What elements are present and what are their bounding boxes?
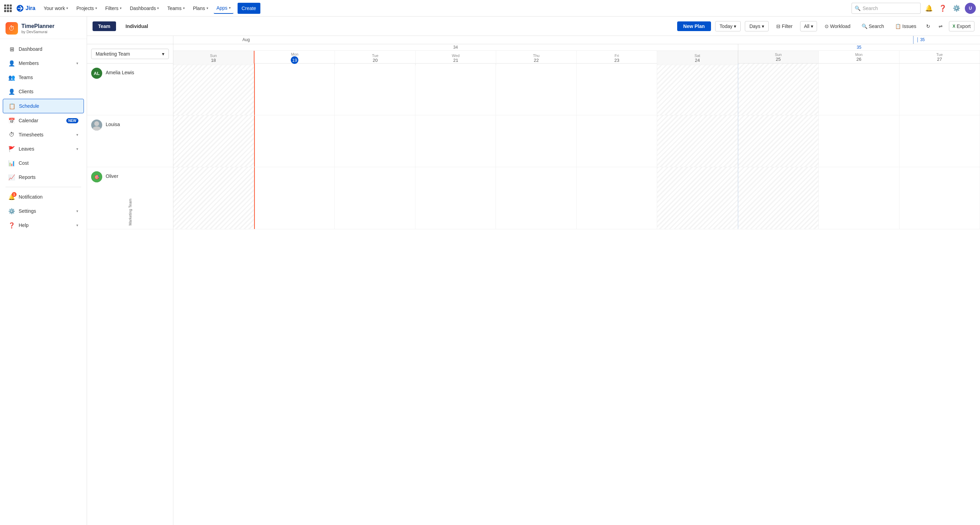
nav-left: Jira Your work ▾ Projects ▾ Filters ▾ Da… xyxy=(4,3,260,14)
notification-badge: 1 xyxy=(12,192,17,197)
sidebar-item-settings[interactable]: ⚙️ Settings ▾ xyxy=(3,204,84,218)
nav-apps[interactable]: Apps ▾ xyxy=(214,3,234,14)
help-button[interactable]: ❓ xyxy=(937,3,948,14)
day-sat-24: Sat 24 xyxy=(657,51,738,65)
nav-your-work[interactable]: Your work ▾ xyxy=(41,3,71,14)
chevron-down-icon: ▾ xyxy=(162,51,164,57)
search-box[interactable]: 🔍 Search xyxy=(851,3,921,14)
chevron-icon: ▾ xyxy=(76,209,78,213)
workload-button[interactable]: ⊙ Workload xyxy=(821,21,854,31)
sidebar-item-members[interactable]: 👤 Members ▾ xyxy=(3,56,84,70)
refresh-button[interactable]: ↻ xyxy=(924,21,932,31)
svg-text:🎯: 🎯 xyxy=(94,174,99,180)
view-settings-button[interactable]: ⇌ xyxy=(937,21,945,31)
cell-louisa-mon19[interactable] xyxy=(254,115,335,167)
cell-amelia-tue20[interactable] xyxy=(335,64,415,115)
cell-louisa-wed21[interactable] xyxy=(415,115,496,167)
cell-louisa-thu22[interactable] xyxy=(496,115,577,167)
new-plan-button[interactable]: New Plan xyxy=(677,21,711,31)
cell-amelia-tue27[interactable] xyxy=(900,64,980,115)
team-selector-col: Marketing Team ▾ xyxy=(87,44,173,63)
user-avatar[interactable]: U xyxy=(965,3,976,14)
nav-dashboards[interactable]: Dashboards ▾ xyxy=(127,3,162,14)
cell-oliver-sun25[interactable] xyxy=(738,167,819,229)
calendar-day-headers: Marketing Team ▾ 34 Sun 18 xyxy=(87,44,980,64)
cell-amelia-mon19[interactable] xyxy=(254,64,335,115)
sidebar-item-calendar[interactable]: 📅 Calendar NEW xyxy=(3,114,84,127)
sidebar-item-schedule[interactable]: 📋 Schedule xyxy=(3,99,84,113)
today-button[interactable]: Today ▾ xyxy=(715,21,741,32)
person-amelia: AL Amelia Lewis xyxy=(87,64,173,115)
chevron-icon: ▾ xyxy=(76,133,78,137)
settings-button[interactable]: ⚙️ xyxy=(951,3,962,14)
sidebar-item-teams[interactable]: 👥 Teams xyxy=(3,70,84,84)
sidebar-item-timesheets[interactable]: ⏱ Timesheets ▾ xyxy=(3,128,84,142)
cell-oliver-tue27[interactable] xyxy=(900,167,980,229)
cell-louisa-sat24[interactable] xyxy=(657,115,738,167)
cell-amelia-fri23[interactable] xyxy=(577,64,657,115)
apps-grid-icon[interactable] xyxy=(4,5,12,12)
cell-amelia-thu22[interactable] xyxy=(496,64,577,115)
sidebar-brand: ⏱ TimePlanner by DevSamurai xyxy=(0,17,87,39)
export-button[interactable]: X Export xyxy=(949,21,974,32)
sidebar-item-clients[interactable]: 👤 Clients xyxy=(3,84,84,99)
nav-right: 🔍 Search 🔔 ❓ ⚙️ U xyxy=(851,3,976,14)
cell-oliver-wed21[interactable] xyxy=(415,167,496,229)
day-mon-26: Mon 26 xyxy=(819,51,900,63)
cell-oliver-tue20[interactable] xyxy=(335,167,415,229)
team-selector[interactable]: Marketing Team ▾ xyxy=(91,49,169,59)
issues-button[interactable]: 📋 Issues xyxy=(892,21,920,31)
cell-amelia-mon26[interactable] xyxy=(819,64,900,115)
new-badge: NEW xyxy=(66,118,78,123)
calendar-grid xyxy=(173,64,980,525)
search-button[interactable]: 🔍 Search xyxy=(858,21,888,31)
day-sun-18: Sun 18 xyxy=(173,51,254,65)
chevron-down-icon: ▾ xyxy=(811,24,813,29)
sidebar-item-leaves[interactable]: 🚩 Leaves ▾ xyxy=(3,142,84,156)
cell-oliver-mon26[interactable] xyxy=(819,167,900,229)
create-button[interactable]: Create xyxy=(237,3,260,14)
cell-louisa-tue20[interactable] xyxy=(335,115,415,167)
main-layout: ⏱ TimePlanner by DevSamurai ⊞ Dashboard … xyxy=(0,17,980,525)
nav-filters[interactable]: Filters ▾ xyxy=(103,3,124,14)
all-button[interactable]: All ▾ xyxy=(800,21,817,32)
cell-oliver-mon19[interactable] xyxy=(254,167,335,229)
avatar-amelia: AL xyxy=(91,68,102,79)
individual-tab[interactable]: Individual xyxy=(120,21,154,31)
cell-louisa-tue27[interactable] xyxy=(900,115,980,167)
cell-louisa-fri23[interactable] xyxy=(577,115,657,167)
cell-louisa-mon26[interactable] xyxy=(819,115,900,167)
team-tab[interactable]: Team xyxy=(92,21,116,31)
cell-amelia-sun18[interactable] xyxy=(173,64,254,115)
cell-oliver-fri23[interactable] xyxy=(577,167,657,229)
nav-plans[interactable]: Plans ▾ xyxy=(190,3,211,14)
name-oliver: Oliver xyxy=(106,171,118,179)
month-labels: Aug │ 35 xyxy=(173,36,980,44)
sidebar-item-help[interactable]: ❓ Help ▾ xyxy=(3,218,84,232)
sidebar-item-cost[interactable]: 📊 Cost xyxy=(3,156,84,170)
nav-projects[interactable]: Projects ▾ xyxy=(73,3,100,14)
sidebar-item-notification[interactable]: 🔔 1 Notification xyxy=(3,190,84,204)
cell-oliver-thu22[interactable] xyxy=(496,167,577,229)
team-label-vertical: Marketing Team xyxy=(128,199,132,226)
sidebar-item-dashboard[interactable]: ⊞ Dashboard xyxy=(3,42,84,56)
cell-louisa-sun18[interactable] xyxy=(173,115,254,167)
jira-logo[interactable]: Jira xyxy=(16,4,35,13)
search-icon: 🔍 xyxy=(862,24,867,29)
sidebar-item-reports[interactable]: 📈 Reports xyxy=(3,170,84,184)
notifications-button[interactable]: 🔔 xyxy=(923,3,934,14)
cell-oliver-sun18[interactable] xyxy=(173,167,254,229)
members-icon: 👤 xyxy=(8,60,15,67)
sidebar: ⏱ TimePlanner by DevSamurai ⊞ Dashboard … xyxy=(0,17,87,525)
cell-amelia-wed21[interactable] xyxy=(415,64,496,115)
filter-button[interactable]: ⊟ Filter xyxy=(773,21,796,31)
nav-teams[interactable]: Teams ▾ xyxy=(164,3,187,14)
days-button[interactable]: Days ▾ xyxy=(745,21,768,32)
help-icon: ❓ xyxy=(8,222,15,229)
cell-amelia-sat24[interactable] xyxy=(657,64,738,115)
week-35-num: 35 xyxy=(738,44,980,51)
cell-louisa-sun25[interactable] xyxy=(738,115,819,167)
cell-amelia-sun25[interactable] xyxy=(738,64,819,115)
filter-icon: ⊟ xyxy=(776,24,780,29)
cell-oliver-sat24[interactable] xyxy=(657,167,738,229)
